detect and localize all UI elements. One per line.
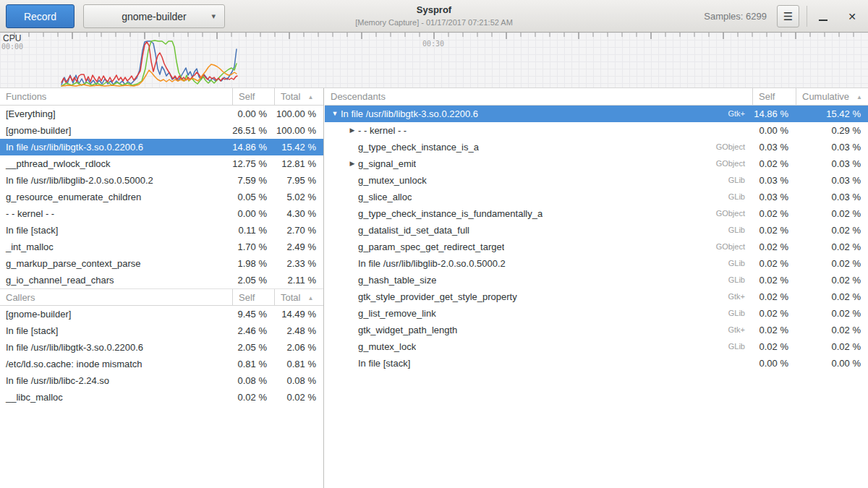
table-row[interactable]: _int_malloc1.70 %2.49 % [0, 239, 323, 255]
expander-open-icon[interactable]: ▼ [329, 106, 341, 122]
name-cell: g_type_check_instance_is_fundamentally_a… [325, 205, 752, 222]
table-row[interactable]: In file /usr/lib/libglib-2.0.so.0.5000.2… [0, 172, 323, 189]
menu-button[interactable]: ☰ [777, 5, 799, 27]
table-row[interactable]: __libc_malloc0.02 %0.02 % [0, 389, 323, 406]
expander-placeholder [346, 255, 358, 272]
table-row[interactable]: g_slice_allocGLib0.03 %0.03 % [325, 189, 868, 205]
total-percent: 0.02 % [274, 389, 323, 406]
function-name: In file [stack] [0, 322, 232, 339]
function-name: In file /usr/lib/libglib-2.0.so.0.5000.2 [0, 172, 232, 189]
table-row[interactable]: g_list_remove_linkGLib0.02 %0.02 % [325, 305, 868, 322]
table-row[interactable]: g_hash_table_sizeGLib0.02 %0.02 % [325, 272, 868, 288]
table-row[interactable]: g_markup_parse_context_parse1.98 %2.33 % [0, 255, 323, 272]
callers-total-column-header[interactable]: Total▲ [274, 289, 323, 305]
table-row[interactable]: [gnome-builder]26.51 %100.00 % [0, 122, 323, 139]
self-percent: 0.05 % [232, 189, 274, 205]
expander-placeholder [346, 305, 358, 322]
name-cell: ▶- - kernel - - [325, 122, 752, 139]
table-row[interactable]: gtk_style_provider_get_style_propertyGtk… [325, 288, 868, 305]
table-row[interactable]: [Everything]0.00 %100.00 % [0, 106, 323, 122]
callers-self-column-header[interactable]: Self [232, 289, 274, 305]
self-percent: 0.02 % [752, 155, 796, 172]
functions-self-column-header[interactable]: Self [232, 88, 274, 105]
descendants-column-header[interactable]: Descendants [325, 88, 752, 105]
table-row[interactable]: In file [stack]0.00 %0.00 % [325, 355, 868, 372]
table-row[interactable]: g_resource_enumerate_children0.05 %5.02 … [0, 189, 323, 205]
total-percent: 14.49 % [274, 306, 323, 322]
cumulative-percent: 0.02 % [796, 272, 868, 288]
expander-placeholder [346, 189, 358, 205]
expander-placeholder [346, 322, 358, 338]
table-row[interactable]: In file /usr/lib/libgtk-3.so.0.2200.614.… [0, 139, 323, 155]
left-pane: Functions Self Total▲ [Everything]0.00 %… [0, 88, 324, 488]
name-cell: ▶g_signal_emitGObject [325, 155, 752, 172]
library-category-label: Gtk+ [517, 288, 752, 305]
name-cell: g_mutex_unlockGLib [325, 172, 752, 189]
table-row[interactable]: In file /usr/lib/libglib-2.0.so.0.5000.2… [325, 255, 868, 272]
table-row[interactable]: In file /usr/lib/libgtk-3.so.0.2200.62.0… [0, 339, 323, 356]
descendants-self-column-header[interactable]: Self [752, 88, 796, 105]
callers-table: [gnome-builder]9.45 %14.49 %In file [sta… [0, 306, 323, 406]
function-name: gtk_widget_path_length [358, 322, 457, 338]
function-name: gtk_style_provider_get_style_property [358, 288, 517, 305]
table-row[interactable]: g_mutex_lockGLib0.02 %0.02 % [325, 338, 868, 355]
table-row[interactable]: In file [stack]0.11 %2.70 % [0, 222, 323, 239]
table-row[interactable]: g_param_spec_get_redirect_targetGObject0… [325, 239, 868, 255]
header-bar: Record gnome-builder ▾ Sysprof [Memory C… [0, 0, 868, 33]
expander-placeholder [346, 239, 358, 255]
functions-column-header[interactable]: Functions [0, 88, 232, 105]
expander-closed-icon[interactable]: ▶ [346, 122, 358, 139]
close-button[interactable]: ✕ [842, 5, 862, 27]
sort-ascending-icon: ▲ [307, 295, 313, 301]
function-name: [gnome-builder] [0, 306, 232, 322]
minimize-button[interactable] [813, 5, 833, 27]
library-category-label: Gtk+ [478, 106, 752, 122]
self-percent: 0.00 % [752, 355, 796, 372]
expander-placeholder [346, 222, 358, 239]
library-category-label [410, 355, 752, 372]
callers-column-header[interactable]: Callers [0, 289, 232, 305]
total-percent: 5.02 % [274, 189, 323, 205]
table-row[interactable]: __pthread_rwlock_rdlock12.75 %12.81 % [0, 155, 323, 172]
table-row[interactable]: g_type_check_instance_is_aGObject0.03 %0… [325, 139, 868, 155]
table-row[interactable]: ▶g_signal_emitGObject0.02 %0.03 % [325, 155, 868, 172]
cumulative-percent: 0.03 % [796, 172, 868, 189]
self-percent: 0.02 % [752, 239, 796, 255]
cumulative-percent: 0.00 % [796, 355, 868, 372]
name-cell: g_type_check_instance_is_aGObject [325, 139, 752, 155]
expander-closed-icon[interactable]: ▶ [346, 155, 358, 172]
cpu-timeline[interactable]: CPU 00:00 00:30 [0, 33, 868, 88]
cumulative-percent: 0.02 % [796, 322, 868, 338]
table-row[interactable]: ▼In file /usr/lib/libgtk-3.so.0.2200.6Gt… [325, 106, 868, 122]
record-button[interactable]: Record [6, 4, 75, 28]
table-row[interactable]: gtk_widget_path_lengthGtk+0.02 %0.02 % [325, 322, 868, 338]
total-percent: 2.11 % [274, 272, 323, 288]
function-name: g_datalist_id_set_data_full [358, 222, 469, 239]
descendants-cumulative-column-header[interactable]: Cumulative▲ [796, 88, 868, 105]
total-percent: 12.81 % [274, 155, 323, 172]
table-row[interactable]: g_type_check_instance_is_fundamentally_a… [325, 205, 868, 222]
self-percent: 0.00 % [752, 122, 796, 139]
expander-placeholder [346, 139, 358, 155]
function-name: In file /usr/lib/libc-2.24.so [0, 372, 232, 389]
table-row[interactable]: - - kernel - -0.00 %4.30 % [0, 205, 323, 222]
table-row[interactable]: g_io_channel_read_chars2.05 %2.11 % [0, 272, 323, 288]
sort-ascending-icon: ▲ [307, 94, 313, 100]
table-row[interactable]: In file /usr/lib/libc-2.24.so0.08 %0.08 … [0, 372, 323, 389]
cumulative-percent: 0.02 % [796, 288, 868, 305]
table-row[interactable]: g_mutex_unlockGLib0.03 %0.03 % [325, 172, 868, 189]
table-row[interactable]: ▶- - kernel - -0.00 %0.29 % [325, 122, 868, 139]
self-percent: 0.11 % [232, 222, 274, 239]
table-row[interactable]: /etc/ld.so.cache: inode mismatch0.81 %0.… [0, 356, 323, 372]
table-row[interactable]: g_datalist_id_set_data_fullGLib0.02 %0.0… [325, 222, 868, 239]
total-percent: 2.49 % [274, 239, 323, 255]
functions-total-column-header[interactable]: Total▲ [274, 88, 323, 105]
name-cell: g_param_spec_get_redirect_targetGObject [325, 239, 752, 255]
timeline-start-label: 00:00 [1, 43, 23, 51]
table-row[interactable]: [gnome-builder]9.45 %14.49 % [0, 306, 323, 322]
name-cell: ▼In file /usr/lib/libgtk-3.so.0.2200.6Gt… [325, 106, 752, 122]
table-row[interactable]: In file [stack]2.46 %2.48 % [0, 322, 323, 339]
library-category-label: GLib [506, 255, 752, 272]
process-selector-dropdown[interactable]: gnome-builder ▾ [83, 4, 225, 28]
self-percent: 0.02 % [752, 272, 796, 288]
